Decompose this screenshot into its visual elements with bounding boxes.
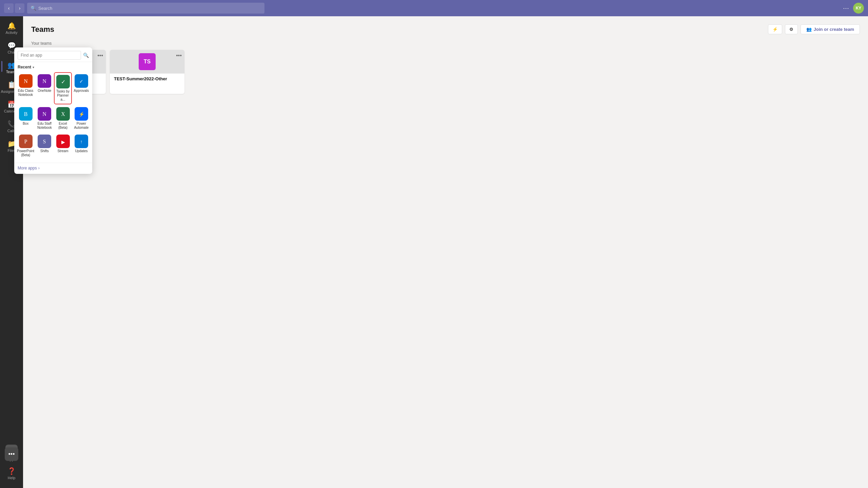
search-box: 🔍: [27, 3, 264, 14]
approvals-icon: ✓: [75, 74, 88, 88]
app-item-box[interactable]: B Box: [16, 105, 35, 132]
more-apps-button[interactable]: •••: [5, 447, 18, 461]
app-item-stream[interactable]: ▶ Stream: [54, 133, 72, 159]
team-avatar: TS: [139, 53, 156, 70]
activity-icon: 🔔: [7, 22, 16, 30]
sidebar-item-label: Activity: [6, 30, 18, 35]
powerpoint-beta-icon: P: [19, 135, 33, 148]
svg-text:B: B: [24, 111, 27, 117]
avatar[interactable]: KY: [853, 3, 864, 14]
svg-text:N: N: [43, 111, 47, 117]
settings-button[interactable]: ⚙: [785, 24, 798, 34]
app-item-label: Updates: [75, 149, 87, 153]
search-icon: 🔍: [31, 5, 36, 11]
app-item-label: PowerPoint (Beta): [17, 149, 34, 157]
svg-text:S: S: [43, 139, 46, 144]
app-item-approvals[interactable]: ✓ Approvals: [73, 72, 90, 104]
svg-text:P: P: [24, 139, 27, 144]
main-content: Teams ⚡ ⚙ 👥 Join or create team Your tea…: [23, 16, 868, 488]
app-popup: 🔍 Recent ▾ N Edu Class Notebook N OneNot…: [14, 47, 92, 174]
top-bar: ‹ › 🔍 ⋯ KY: [0, 0, 868, 16]
app-item-label: Edu Class Notebook: [17, 89, 34, 97]
page-header: Teams ⚡ ⚙ 👥 Join or create team: [31, 24, 860, 34]
filter-button[interactable]: ⚡: [768, 24, 782, 34]
app-item-label: Tasks by Planner a...: [55, 89, 70, 102]
recent-label: Recent: [18, 65, 31, 69]
sidebar-item-label: Help: [8, 476, 16, 480]
app-item-powerpoint-beta[interactable]: P PowerPoint (Beta): [16, 133, 35, 159]
team-menu-button[interactable]: •••: [97, 53, 103, 59]
svg-text:⚡: ⚡: [78, 111, 84, 117]
power-automate-icon: ⚡: [75, 107, 88, 121]
ellipsis-icon[interactable]: ⋯: [842, 3, 850, 13]
team-name: TEST-Summer2022-Other: [114, 76, 180, 81]
search-input[interactable]: [38, 6, 261, 11]
excel-beta-icon: X: [56, 107, 70, 121]
recent-chevron-icon: ▾: [33, 65, 34, 69]
app-item-label: Power Automate: [73, 122, 90, 130]
stream-icon: ▶: [56, 135, 70, 148]
svg-text:✓: ✓: [61, 79, 65, 85]
forward-button[interactable]: ›: [15, 3, 24, 13]
svg-text:✓: ✓: [79, 79, 83, 84]
app-item-power-automate[interactable]: ⚡ Power Automate: [73, 105, 90, 132]
top-bar-right: ⋯ KY: [842, 3, 864, 14]
app-item-shifts[interactable]: S Shifts: [36, 133, 53, 159]
team-card[interactable]: TS ••• TEST-Summer2022-Other: [110, 50, 184, 94]
team-menu-button[interactable]: •••: [176, 53, 182, 59]
app-item-tasks-planner[interactable]: ✓ Tasks by Planner a...: [54, 72, 72, 104]
app-item-label: Edu Staff Notebook: [36, 122, 53, 130]
filter-icon: ⚡: [772, 27, 778, 32]
updates-icon: ↑: [75, 135, 88, 148]
header-actions: ⚡ ⚙ 👥 Join or create team: [768, 24, 860, 34]
team-card-header: TS •••: [110, 50, 184, 74]
sidebar-item-activity[interactable]: 🔔 Activity: [1, 19, 22, 37]
section-label: Your teams: [31, 41, 860, 46]
app-item-label: Box: [23, 122, 28, 126]
app-grid: N Edu Class Notebook N OneNote ✓ Tasks b…: [14, 71, 92, 163]
app-item-label: Shifts: [40, 149, 49, 153]
app-search-bar: 🔍: [14, 47, 92, 62]
join-create-button[interactable]: 👥 Join or create team: [801, 24, 860, 34]
app-item-label: OneNote: [38, 89, 51, 93]
page-title: Teams: [31, 25, 54, 34]
edu-staff-notebook-icon: N: [38, 107, 51, 121]
onenote-icon: N: [38, 74, 51, 88]
help-icon: ❓: [7, 467, 16, 475]
app-item-edu-staff-notebook[interactable]: N Edu Staff Notebook: [36, 105, 53, 132]
app-search-input[interactable]: [18, 51, 81, 60]
team-card-body: TEST-Summer2022-Other: [110, 74, 184, 84]
nav-buttons: ‹ ›: [4, 3, 24, 13]
app-item-updates[interactable]: ↑ Updates: [73, 133, 90, 159]
more-apps-arrow-icon: ›: [38, 166, 40, 170]
box-icon: B: [19, 107, 33, 121]
join-create-icon: 👥: [806, 27, 812, 32]
app-item-excel-beta[interactable]: X Excel (Beta): [54, 105, 72, 132]
app-item-onenote[interactable]: N OneNote: [36, 72, 53, 104]
join-create-label: Join or create team: [814, 27, 854, 32]
settings-icon: ⚙: [789, 27, 793, 32]
active-indicator: [1, 61, 2, 72]
edu-class-notebook-icon: N: [19, 74, 33, 88]
recent-header[interactable]: Recent ▾: [14, 62, 92, 71]
app-item-label: Stream: [57, 149, 68, 153]
shifts-icon: S: [38, 135, 51, 148]
sidebar-item-help[interactable]: ❓ Help: [1, 464, 22, 483]
svg-text:↑: ↑: [80, 139, 82, 144]
teams-grid: TC ••• TS ••• TEST-Summer2022-Other: [31, 50, 860, 94]
app-item-label: Approvals: [74, 89, 89, 93]
back-button[interactable]: ‹: [4, 3, 14, 13]
svg-text:X: X: [61, 111, 65, 117]
app-item-label: Excel (Beta): [55, 122, 71, 130]
svg-text:N: N: [24, 78, 28, 84]
svg-text:▶: ▶: [61, 140, 65, 145]
more-apps-row[interactable]: More apps ›: [14, 163, 92, 174]
tasks-planner-icon: ✓: [56, 75, 70, 88]
svg-text:N: N: [43, 78, 47, 84]
app-search-icon: 🔍: [83, 53, 89, 58]
app-item-edu-class-notebook[interactable]: N Edu Class Notebook: [16, 72, 35, 104]
more-apps-label: More apps: [18, 166, 37, 170]
